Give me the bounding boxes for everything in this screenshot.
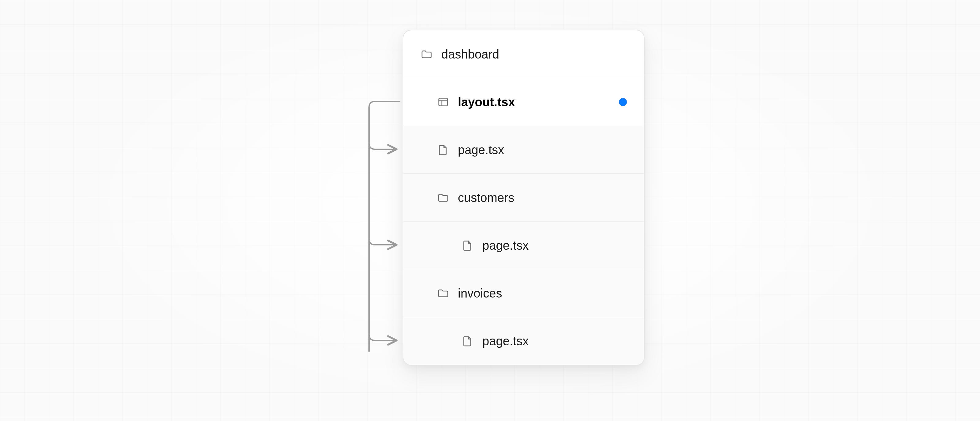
tree-label: page.tsx — [482, 239, 627, 252]
tree-item-layout[interactable]: layout.tsx — [403, 78, 644, 126]
tree-item-customers-page[interactable]: page.tsx — [403, 222, 644, 270]
tree-label: page.tsx — [482, 335, 627, 347]
file-icon — [461, 239, 474, 252]
tree-item-invoices-page[interactable]: page.tsx — [403, 317, 644, 365]
status-dot-icon — [619, 98, 627, 106]
tree-item-customers[interactable]: customers — [403, 174, 644, 222]
svg-rect-0 — [439, 98, 447, 106]
folder-icon — [420, 48, 433, 61]
tree-label: page.tsx — [458, 144, 627, 156]
tree-label: customers — [458, 191, 627, 204]
file-tree-panel: dashboard layout.tsx page.tsx — [403, 30, 645, 365]
tree-item-page[interactable]: page.tsx — [403, 126, 644, 174]
tree-root-dashboard[interactable]: dashboard — [403, 30, 644, 78]
diagram-stage: dashboard layout.tsx page.tsx — [335, 30, 645, 391]
tree-label: invoices — [458, 287, 627, 299]
folder-icon — [437, 287, 449, 299]
tree-item-invoices[interactable]: invoices — [403, 270, 644, 317]
tree-label: dashboard — [441, 48, 627, 61]
file-icon — [437, 144, 449, 156]
folder-icon — [437, 191, 449, 204]
tree-label: layout.tsx — [458, 96, 619, 108]
layout-icon — [437, 96, 449, 108]
connector-lines — [335, 30, 403, 391]
file-icon — [461, 335, 474, 347]
